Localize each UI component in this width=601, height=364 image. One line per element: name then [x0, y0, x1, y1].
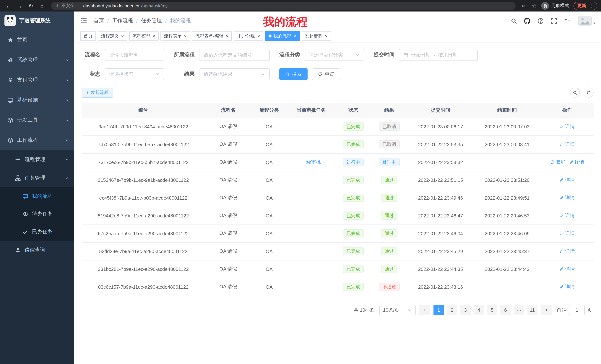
- cell-current-task: [287, 278, 336, 296]
- close-icon[interactable]: ×: [325, 34, 328, 38]
- page-button[interactable]: 3: [460, 305, 471, 315]
- cell-status: 进行中: [336, 153, 371, 171]
- refresh-icon: [586, 90, 591, 95]
- star-icon[interactable]: ☆: [532, 2, 537, 9]
- update-button[interactable]: 更新 ⋮: [573, 2, 597, 10]
- breadcrumb-item[interactable]: 工作流程: [112, 18, 133, 24]
- close-icon[interactable]: ×: [152, 34, 155, 38]
- category-select[interactable]: 请选择流程分类: [305, 49, 364, 61]
- search-icon[interactable]: [511, 18, 517, 24]
- address-divider: |: [78, 3, 80, 8]
- address-bar[interactable]: ⚠ 不安全 | dashboard.yudao.iocoder.cn/bpm/t…: [51, 2, 515, 10]
- detail-link[interactable]: 详情: [560, 177, 575, 183]
- detail-link[interactable]: 详情: [560, 284, 575, 290]
- cell-status: 已完成: [336, 189, 371, 207]
- page-size-select[interactable]: 10条/页: [379, 305, 416, 315]
- close-icon[interactable]: ×: [226, 34, 229, 38]
- sidebar-item-devtools[interactable]: 研发工具: [0, 110, 74, 130]
- page-button[interactable]: 1: [433, 305, 444, 315]
- detail-link[interactable]: 详情: [560, 194, 575, 201]
- page-button[interactable]: 2: [447, 305, 457, 315]
- close-icon[interactable]: ×: [184, 34, 187, 38]
- app-logo[interactable]: 芋道管理系统: [0, 11, 74, 30]
- detail-link[interactable]: 详情: [560, 266, 575, 272]
- tab-home[interactable]: 首页: [80, 31, 96, 41]
- tab-process-model[interactable]: 流程模型 ×: [129, 31, 159, 41]
- close-icon[interactable]: ×: [121, 34, 124, 38]
- home-icon[interactable]: ⌂: [37, 1, 47, 10]
- page-more-button[interactable]: ···: [514, 305, 524, 315]
- detail-link[interactable]: 详情: [560, 141, 575, 148]
- submit-time-range[interactable]: 开始日期 - 结束日期: [399, 49, 478, 61]
- reset-button[interactable]: 重置: [312, 68, 340, 80]
- detail-link[interactable]: 详情: [560, 248, 575, 255]
- sidebar-item-task-management[interactable]: 任务管理: [0, 169, 74, 187]
- github-icon[interactable]: [524, 18, 531, 24]
- cell-current-task: [287, 260, 336, 278]
- goto-page-input[interactable]: [569, 305, 585, 315]
- prev-page-button[interactable]: [419, 305, 430, 315]
- back-icon[interactable]: ←: [4, 1, 13, 10]
- cell-result: 已取消: [371, 135, 408, 153]
- detail-link[interactable]: 详情: [560, 230, 575, 237]
- detail-link[interactable]: 详情: [560, 212, 575, 219]
- cell-submit-time: 2022-01-23 00:06:17: [408, 118, 473, 135]
- hamburger-icon[interactable]: [80, 18, 87, 23]
- page-button[interactable]: 5: [487, 305, 497, 315]
- tab-start-process[interactable]: 发起流程 ×: [301, 31, 331, 41]
- result-select[interactable]: 请选择流结果: [199, 68, 270, 80]
- cancel-link[interactable]: 取消: [550, 159, 565, 165]
- tab-process-form-edit[interactable]: 流程表单-编辑 ×: [192, 31, 232, 41]
- current-task-link[interactable]: 一级审批: [302, 159, 321, 165]
- tab-process-definition[interactable]: 流程定义 ×: [98, 31, 127, 41]
- sidebar-item-process-management[interactable]: 流程管理: [0, 150, 74, 169]
- sidebar-item-home[interactable]: 首页: [0, 30, 74, 50]
- sidebar-item-my-process[interactable]: 我的流程: [0, 187, 74, 205]
- detail-link[interactable]: 详情: [569, 159, 584, 165]
- user-avatar[interactable]: ▾: [578, 16, 595, 26]
- cell-id: ec45f38f-7b9a-11ec-b03b-acde48001122: [82, 189, 205, 207]
- status-select[interactable]: 请选择状态: [105, 68, 164, 80]
- search-button[interactable]: 搜索: [279, 68, 308, 80]
- cell-actions: 取消详情: [541, 153, 594, 171]
- sidebar-item-payment[interactable]: ¥ 支付管理: [0, 70, 74, 90]
- sidebar-item-leave-query[interactable]: 请假查询: [0, 241, 74, 259]
- fontsize-icon[interactable]: [564, 18, 571, 24]
- sidebar-item-done-tasks[interactable]: 已办任务: [0, 223, 74, 241]
- page-button[interactable]: 6: [500, 305, 511, 315]
- chevron-down-icon: [65, 118, 69, 122]
- next-page-button[interactable]: [541, 305, 551, 315]
- breadcrumb-item[interactable]: 首页: [94, 18, 104, 24]
- tab-label: 流程定义: [101, 33, 119, 39]
- forward-icon[interactable]: →: [15, 1, 25, 10]
- cell-result: 通过: [371, 171, 408, 189]
- sidebar-item-workflow[interactable]: 工作流程: [0, 130, 74, 150]
- cell-result: 通过: [371, 207, 408, 224]
- page-button[interactable]: 11: [527, 305, 538, 315]
- cell-status: 已完成: [336, 278, 371, 296]
- chevron-down-icon: [65, 98, 69, 102]
- security-label[interactable]: 不安全: [61, 3, 75, 9]
- sidebar-item-system[interactable]: 系统管理: [0, 50, 74, 70]
- tab-user-group[interactable]: 用户分组 ×: [234, 31, 263, 41]
- create-process-button[interactable]: + 发起流程: [82, 88, 113, 97]
- reload-icon[interactable]: ↻: [26, 1, 36, 10]
- help-icon[interactable]: [538, 18, 544, 24]
- sidebar-item-todo-tasks[interactable]: 待办任务: [0, 205, 74, 223]
- kebab-menu-icon[interactable]: ⋮: [589, 3, 594, 9]
- toggle-search-button[interactable]: [570, 87, 580, 98]
- key-icon[interactable]: [521, 3, 527, 9]
- tab-my-process[interactable]: 我的流程 ×: [265, 31, 300, 41]
- close-icon[interactable]: ×: [293, 34, 296, 38]
- fullscreen-icon[interactable]: [551, 18, 557, 24]
- process-name-input[interactable]: [105, 49, 164, 61]
- refresh-table-button[interactable]: [583, 87, 594, 98]
- detail-link[interactable]: 详情: [560, 123, 575, 130]
- breadcrumb-item[interactable]: 任务管理: [141, 18, 162, 24]
- start-date-placeholder: 开始日期: [411, 52, 431, 58]
- close-icon[interactable]: ×: [257, 34, 260, 38]
- page-button[interactable]: 4: [474, 305, 484, 315]
- sidebar-item-infrastructure[interactable]: 基础设施: [0, 90, 74, 110]
- tab-process-form[interactable]: 流程表单 ×: [160, 31, 190, 41]
- process-def-input[interactable]: [199, 49, 270, 61]
